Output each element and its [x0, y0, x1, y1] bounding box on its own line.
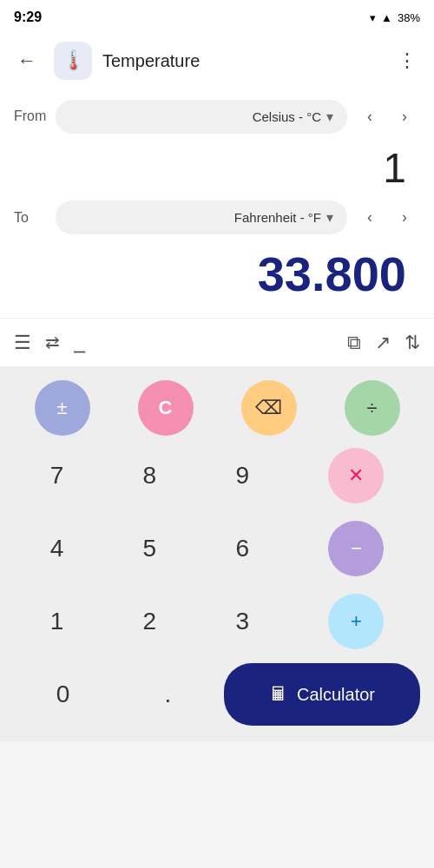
divide-button[interactable]: ÷ [345, 380, 400, 436]
key-4[interactable]: 4 [50, 516, 64, 582]
list-single-icon[interactable]: ☰ [14, 332, 31, 354]
battery-icon: 38% [398, 11, 420, 24]
to-unit-selector[interactable]: Fahrenheit - °F ▾ [56, 201, 347, 234]
key-0[interactable]: 0 [14, 661, 112, 727]
key-row-5: 0 . 🖩 Calculator [14, 661, 420, 727]
calculator-label: Calculator [297, 685, 375, 705]
from-prev-button[interactable]: ‹ [354, 101, 385, 132]
key-5[interactable]: 5 [143, 516, 157, 582]
page-title: Temperature [102, 51, 380, 71]
app-icon: 🌡️ [54, 42, 92, 80]
from-unit-label: Celsius - °C [253, 109, 321, 124]
signal-icon: ▲ [381, 11, 392, 24]
from-chevron-icon: ▾ [326, 108, 333, 125]
subtract-button[interactable]: − [328, 521, 384, 576]
copy-icon[interactable]: ⧉ [347, 332, 361, 354]
to-next-button[interactable]: › [389, 202, 420, 233]
temperature-icon: 🌡️ [62, 49, 85, 72]
swap-icon[interactable]: ⇅ [404, 332, 420, 354]
key-row-1: ± C ⌫ ÷ [14, 380, 420, 436]
keypad: ± C ⌫ ÷ 7 8 9 ✕ 4 5 6 − 1 2 3 + 0 . 🖩 Ca… [0, 366, 434, 741]
from-next-button[interactable]: › [389, 101, 420, 132]
wifi-icon: ▾ [370, 11, 376, 24]
menu-button[interactable]: ⋮ [391, 43, 424, 79]
to-value: 33.800 [14, 244, 420, 308]
status-icons: ▾ ▲ 38% [370, 11, 420, 24]
key-2[interactable]: 2 [143, 589, 157, 654]
converter-area: From Celsius - °C ▾ ‹ › 1 To Fahrenheit … [0, 87, 434, 318]
to-prev-button[interactable]: ‹ [354, 202, 385, 233]
toolbar-right: ⧉ ↗ ⇅ [347, 332, 420, 354]
calculator-icon: 🖩 [269, 683, 288, 706]
toolbar: ☰ ⇄ ⎯ ⧉ ↗ ⇅ [0, 318, 434, 366]
key-6[interactable]: 6 [235, 516, 249, 582]
key-8[interactable]: 8 [143, 443, 157, 509]
plusminus-button[interactable]: ± [35, 380, 90, 436]
multiply-button[interactable]: ✕ [328, 448, 384, 503]
from-label: From [14, 108, 56, 124]
backspace-button[interactable]: ⌫ [241, 380, 297, 436]
to-nav: ‹ › [354, 202, 420, 233]
to-chevron-icon: ▾ [326, 209, 333, 226]
to-unit-label: Fahrenheit - °F [234, 210, 321, 225]
key-dot[interactable]: . [119, 661, 217, 727]
status-time: 9:29 [14, 10, 42, 25]
from-row: From Celsius - °C ▾ ‹ › [14, 94, 420, 139]
toolbar-left: ☰ ⇄ ⎯ [14, 332, 347, 354]
key-9[interactable]: 9 [235, 443, 249, 509]
key-7[interactable]: 7 [50, 443, 64, 509]
to-row: To Fahrenheit - °F ▾ ‹ › [14, 195, 420, 240]
status-bar: 9:29 ▾ ▲ 38% [0, 0, 434, 35]
add-button[interactable]: + [328, 594, 384, 649]
to-label: To [14, 210, 56, 226]
key-row-4: 1 2 3 + [14, 589, 420, 654]
from-nav: ‹ › [354, 101, 420, 132]
key-row-3: 4 5 6 − [14, 516, 420, 582]
list-double-icon[interactable]: ⇄ [45, 332, 60, 354]
key-1[interactable]: 1 [50, 589, 64, 654]
key-row-2: 7 8 9 ✕ [14, 443, 420, 509]
header: ← 🌡️ Temperature ⋮ [0, 35, 434, 87]
share-icon[interactable]: ↗ [375, 332, 391, 354]
from-value: 1 [14, 142, 420, 195]
list-short-icon[interactable]: ⎯ [74, 332, 85, 354]
calculator-button[interactable]: 🖩 Calculator [224, 663, 420, 726]
from-unit-selector[interactable]: Celsius - °C ▾ [56, 100, 347, 134]
clear-button[interactable]: C [138, 380, 194, 436]
back-button[interactable]: ← [10, 43, 43, 79]
key-3[interactable]: 3 [235, 589, 249, 654]
